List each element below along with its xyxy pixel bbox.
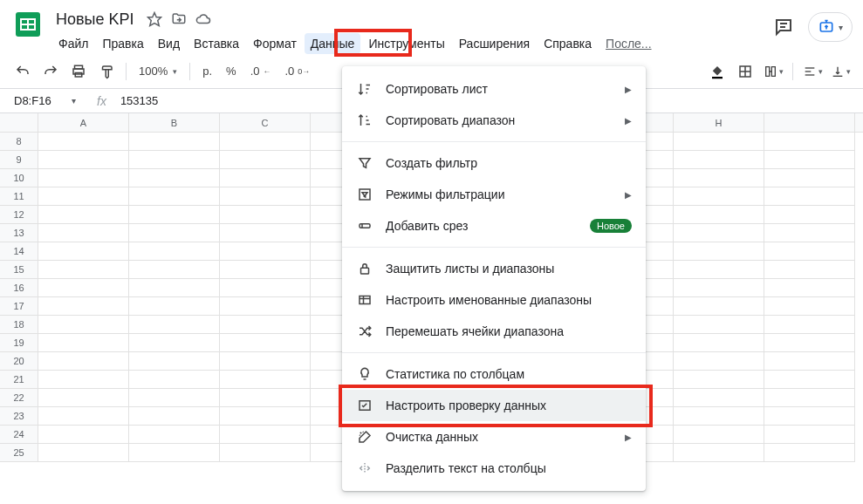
- cell[interactable]: [764, 224, 855, 242]
- cell[interactable]: [129, 187, 220, 206]
- row-header[interactable]: 8: [0, 133, 38, 151]
- cell[interactable]: [764, 133, 855, 151]
- cell-reference[interactable]: D8:F16: [10, 94, 72, 107]
- row-header[interactable]: 18: [0, 316, 38, 334]
- currency-button[interactable]: р.: [197, 65, 217, 78]
- cell[interactable]: [674, 352, 764, 371]
- menu-extensions[interactable]: Расширения: [453, 33, 536, 54]
- cell[interactable]: [38, 407, 129, 426]
- cell[interactable]: [38, 426, 129, 444]
- menu-sort-range[interactable]: Сортировать диапазон ▶: [342, 105, 646, 136]
- cell[interactable]: [764, 426, 855, 444]
- cell[interactable]: [674, 389, 764, 407]
- cell[interactable]: [129, 169, 220, 187]
- cell[interactable]: [129, 151, 220, 169]
- cell[interactable]: [764, 151, 855, 169]
- cell[interactable]: [674, 151, 764, 169]
- menu-data[interactable]: Данные: [305, 33, 361, 54]
- doc-title[interactable]: Новые KPI: [52, 9, 138, 31]
- menu-randomize-range[interactable]: Перемешать ячейки диапазона: [342, 316, 646, 347]
- col-header[interactable]: [764, 113, 855, 132]
- cell[interactable]: [129, 334, 220, 352]
- menu-edit[interactable]: Правка: [96, 33, 149, 54]
- cell[interactable]: [674, 206, 764, 224]
- star-icon[interactable]: [147, 11, 162, 27]
- cell[interactable]: [674, 426, 764, 444]
- menu-named-ranges[interactable]: Настроить именованные диапазоны: [342, 284, 646, 316]
- cell[interactable]: [764, 334, 855, 352]
- borders-button[interactable]: [733, 59, 757, 84]
- row-header[interactable]: 10: [0, 169, 38, 187]
- comments-icon[interactable]: [773, 17, 794, 37]
- row-header[interactable]: 23: [0, 407, 38, 426]
- menu-view[interactable]: Вид: [152, 33, 186, 54]
- cell[interactable]: [674, 407, 764, 426]
- cell[interactable]: [38, 261, 129, 279]
- cell[interactable]: [764, 389, 855, 407]
- menu-help[interactable]: Справка: [538, 33, 598, 54]
- cell[interactable]: [220, 279, 311, 297]
- cell[interactable]: [674, 242, 764, 261]
- cell[interactable]: [674, 444, 764, 462]
- col-header[interactable]: A: [38, 113, 129, 132]
- col-header[interactable]: H: [674, 113, 764, 132]
- cell[interactable]: [764, 371, 855, 389]
- halign-button[interactable]: [800, 59, 825, 84]
- cell[interactable]: [129, 242, 220, 261]
- menu-split-text[interactable]: Разделить текст на столбцы: [342, 453, 646, 484]
- cell[interactable]: [129, 297, 220, 316]
- row-header[interactable]: 22: [0, 389, 38, 407]
- row-header[interactable]: 21: [0, 371, 38, 389]
- cloud-status-icon[interactable]: [195, 11, 211, 27]
- cell[interactable]: [764, 169, 855, 187]
- cell[interactable]: [38, 224, 129, 242]
- row-header[interactable]: 15: [0, 261, 38, 279]
- cell[interactable]: [129, 279, 220, 297]
- cell[interactable]: [220, 371, 311, 389]
- cell[interactable]: [38, 316, 129, 334]
- menu-filter-views[interactable]: Режимы фильтрации ▶: [342, 179, 646, 210]
- menu-format[interactable]: Формат: [247, 33, 303, 54]
- cell[interactable]: [129, 444, 220, 462]
- cell[interactable]: [220, 426, 311, 444]
- decrease-decimal-button[interactable]: .0←: [245, 65, 277, 78]
- cell[interactable]: [38, 444, 129, 462]
- sheets-logo[interactable]: [10, 7, 45, 42]
- menu-add-slicer[interactable]: Добавить срез Новое: [342, 210, 646, 242]
- cell[interactable]: [674, 316, 764, 334]
- percent-button[interactable]: %: [221, 65, 242, 78]
- cell[interactable]: [220, 389, 311, 407]
- row-header[interactable]: 17: [0, 297, 38, 316]
- cell[interactable]: [129, 224, 220, 242]
- cell[interactable]: [220, 297, 311, 316]
- move-icon[interactable]: [171, 11, 187, 27]
- cell[interactable]: [38, 242, 129, 261]
- cell[interactable]: [674, 261, 764, 279]
- row-header[interactable]: 9: [0, 151, 38, 169]
- row-header[interactable]: 13: [0, 224, 38, 242]
- menu-protect-sheets[interactable]: Защитить листы и диапазоны: [342, 253, 646, 284]
- cell[interactable]: [674, 371, 764, 389]
- cell[interactable]: [764, 407, 855, 426]
- row-header[interactable]: 24: [0, 426, 38, 444]
- menu-last-edit[interactable]: После...: [599, 33, 657, 54]
- menu-insert[interactable]: Вставка: [188, 33, 245, 54]
- cell[interactable]: [220, 224, 311, 242]
- cell[interactable]: [674, 169, 764, 187]
- cell[interactable]: [129, 316, 220, 334]
- cell[interactable]: [220, 316, 311, 334]
- cell[interactable]: [129, 407, 220, 426]
- cell[interactable]: [129, 426, 220, 444]
- fill-color-button[interactable]: [705, 59, 729, 84]
- menu-column-stats[interactable]: Статистика по столбцам: [342, 358, 646, 390]
- cell[interactable]: [38, 133, 129, 151]
- cell[interactable]: [764, 279, 855, 297]
- cell[interactable]: [38, 206, 129, 224]
- cell[interactable]: [38, 151, 129, 169]
- cell[interactable]: [38, 169, 129, 187]
- row-header[interactable]: 20: [0, 352, 38, 371]
- menu-data-validation[interactable]: Настроить проверку данных: [342, 390, 646, 421]
- cell[interactable]: [764, 261, 855, 279]
- cell[interactable]: [220, 151, 311, 169]
- cell[interactable]: [38, 187, 129, 206]
